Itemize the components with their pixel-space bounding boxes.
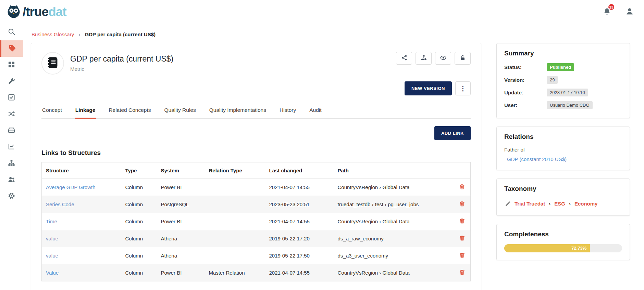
relations-group-label: Father of xyxy=(504,147,622,153)
col-header-type: Type xyxy=(121,162,157,179)
col-header-path: Path xyxy=(334,162,454,179)
taxonomy-link-esg[interactable]: ESG xyxy=(554,201,565,207)
tab-quality-implementations[interactable]: Quality Implementations xyxy=(209,103,267,118)
permissions-button[interactable] xyxy=(455,52,471,65)
add-link-button[interactable]: ADD LINK xyxy=(434,126,471,140)
type-cell: Column xyxy=(121,179,157,196)
sidebar-item-admin-tools[interactable] xyxy=(0,73,23,90)
tab-concept[interactable]: Concept xyxy=(41,103,63,118)
owl-logo-icon xyxy=(6,4,21,20)
structure-link[interactable]: Average GDP Growth xyxy=(46,184,96,190)
sidebar-item-structures[interactable] xyxy=(0,155,23,172)
sidebar-item-users[interactable] xyxy=(0,172,23,188)
trash-icon xyxy=(459,201,465,207)
delete-link-button[interactable] xyxy=(459,269,465,275)
sidebar-item-data-catalog[interactable] xyxy=(0,122,23,139)
col-header-last-changed: Last changed xyxy=(265,162,334,179)
taxonomy-separator: › xyxy=(569,201,571,207)
table-row: Time Column Power BI 2021-04-07 14:55 Co… xyxy=(42,213,471,230)
new-version-button[interactable]: NEW VERSION xyxy=(405,81,452,95)
trash-icon xyxy=(459,269,465,275)
taxonomy-link-economy[interactable]: Economy xyxy=(574,201,598,207)
breadcrumb-separator: › xyxy=(78,31,80,37)
wrench-icon xyxy=(8,77,15,86)
sidebar-item-lineage[interactable] xyxy=(0,106,23,122)
system-cell: Athena xyxy=(157,230,205,247)
more-options-button[interactable]: ⋮ xyxy=(455,81,471,95)
path-cell: ds_a_raw_economy xyxy=(334,230,454,247)
share-button[interactable] xyxy=(396,52,412,65)
delete-link-button[interactable] xyxy=(459,218,465,224)
status-label: Status: xyxy=(504,64,547,70)
col-header-system: System xyxy=(157,162,205,179)
trash-icon xyxy=(459,252,465,258)
tab-quality-rules[interactable]: Quality Rules xyxy=(164,103,197,118)
status-badge: Published xyxy=(547,63,574,71)
type-cell: Column xyxy=(121,230,157,247)
edit-taxonomy-button[interactable] xyxy=(505,201,511,207)
last-changed-cell: 2021-04-07 14:55 xyxy=(265,264,334,281)
shuffle-icon xyxy=(8,110,15,119)
delete-link-button[interactable] xyxy=(459,252,465,258)
last-changed-cell: 2023-05-23 20:51 xyxy=(265,196,334,213)
delete-link-button[interactable] xyxy=(459,235,465,241)
relation-link[interactable]: GDP (constant 2010 US$) xyxy=(507,156,567,162)
breadcrumb-current: GDP per capita (current US$) xyxy=(85,31,156,37)
hierarchy-button[interactable] xyxy=(416,52,432,65)
breadcrumb: Business Glossary › GDP per capita (curr… xyxy=(32,31,481,37)
watch-button[interactable] xyxy=(435,52,451,65)
breadcrumb-business-glossary[interactable]: Business Glossary xyxy=(32,31,74,37)
sidebar-item-dashboards[interactable] xyxy=(0,57,23,73)
sidebar-item-business-glossary[interactable] xyxy=(0,40,23,57)
sitemap-icon xyxy=(421,55,427,62)
structure-link[interactable]: Time xyxy=(46,219,57,224)
relation-type-cell xyxy=(205,247,265,264)
structure-link[interactable]: value xyxy=(46,236,58,241)
path-cell: CountryVsRegion › Global Data xyxy=(334,264,454,281)
account-button[interactable] xyxy=(626,7,634,17)
tab-related-concepts[interactable]: Related Concepts xyxy=(108,103,151,118)
sidebar-item-analytics[interactable] xyxy=(0,139,23,155)
table-row: Series Code Column PostgreSQL 2023-05-23… xyxy=(42,196,471,213)
col-header-actions xyxy=(454,162,471,179)
version-badge: 29 xyxy=(547,76,558,84)
grid-icon xyxy=(8,61,15,69)
eye-icon xyxy=(440,55,446,62)
completeness-fill: 72.73% xyxy=(504,244,590,252)
last-changed-cell: 2021-04-07 14:55 xyxy=(265,213,334,230)
sidebar-item-settings[interactable] xyxy=(0,188,23,205)
user-label: User: xyxy=(504,102,547,108)
last-changed-cell: 2021-04-07 14:55 xyxy=(265,179,334,196)
user-icon xyxy=(626,11,634,16)
summary-title: Summary xyxy=(504,50,622,57)
table-row: value Column Athena 2019-05-22 17:20 ds_… xyxy=(42,230,471,247)
sitemap-icon xyxy=(8,159,15,168)
unlock-icon xyxy=(460,55,466,62)
structure-link[interactable]: Value xyxy=(46,270,59,276)
search-icon xyxy=(8,28,15,37)
relation-type-cell xyxy=(205,230,265,247)
system-cell: Power BI xyxy=(157,179,205,196)
tag-icon xyxy=(9,44,16,53)
trash-icon xyxy=(459,184,465,190)
gear-icon xyxy=(8,192,15,201)
delete-link-button[interactable] xyxy=(459,184,465,190)
users-icon xyxy=(8,176,15,184)
structure-link[interactable]: Series Code xyxy=(46,201,74,207)
type-cell: Column xyxy=(121,213,157,230)
path-cell: ds_a3_user_economy xyxy=(334,247,454,264)
truedat-logo[interactable]: /truedat xyxy=(6,4,66,20)
sidebar-item-quality[interactable] xyxy=(0,90,23,106)
relation-type-cell xyxy=(205,179,265,196)
delete-link-button[interactable] xyxy=(459,201,465,207)
table-header-row: Structure Type System Relation Type Last… xyxy=(42,162,471,179)
structure-link[interactable]: value xyxy=(46,253,58,259)
table-row: value Column Athena 2019-05-22 17:50 ds_… xyxy=(42,247,471,264)
tab-audit[interactable]: Audit xyxy=(309,103,322,118)
taxonomy-link-trial-truedat[interactable]: Trial Truedat xyxy=(515,201,545,207)
sidebar xyxy=(0,24,23,290)
notifications-button[interactable]: 13 xyxy=(603,7,611,17)
sidebar-item-search[interactable] xyxy=(0,24,23,40)
tab-history[interactable]: History xyxy=(279,103,297,118)
tab-linkage[interactable]: Linkage xyxy=(75,103,96,119)
